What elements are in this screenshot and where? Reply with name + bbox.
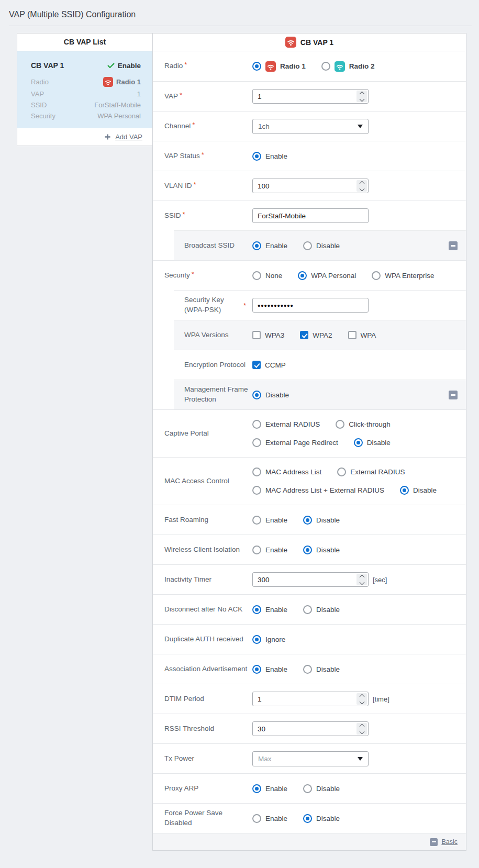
mac-external-radius-option[interactable]: External RADIUS: [337, 468, 405, 476]
inactivity-timer-number-input[interactable]: 300: [252, 572, 369, 587]
ccmp-checkbox[interactable]: [252, 361, 261, 369]
chevron-down-icon: [358, 757, 363, 761]
disable-radio-button[interactable]: [303, 814, 312, 823]
enable-radio-button[interactable]: [252, 546, 261, 554]
proxy-arp-enable-option[interactable]: Enable: [252, 784, 287, 793]
fast-roaming-disable-option[interactable]: Disable: [303, 516, 340, 525]
mfp-disable-option[interactable]: Disable: [252, 391, 289, 399]
row-label: Captive Portal: [164, 429, 252, 439]
disable-radio-button[interactable]: [303, 516, 312, 525]
captive-external-radius-option[interactable]: External RADIUS: [252, 420, 320, 429]
basic-link[interactable]: Basic: [441, 838, 458, 845]
disable-radio-button[interactable]: [303, 784, 312, 793]
mac-list-plus-radius-option[interactable]: MAC Address List + External RADIUS: [252, 486, 384, 495]
none-radio-button[interactable]: [252, 271, 261, 280]
mac-address-list-radio-button[interactable]: [252, 468, 261, 476]
proxy-arp-disable-option[interactable]: Disable: [303, 784, 340, 793]
enable-radio-button[interactable]: [252, 152, 261, 161]
captive-click-through-option[interactable]: Click-through: [336, 420, 391, 429]
number-stepper[interactable]: [357, 574, 367, 585]
row-label: Proxy ARP: [164, 784, 252, 794]
disable-radio-button[interactable]: [303, 546, 312, 554]
row-force-power-save: Force Power Save Disabled Enable Disable: [153, 803, 466, 833]
ignore-radio-button[interactable]: [252, 635, 261, 644]
row-wpa-versions: WPA Versions WPA3 WPA2 WPA: [174, 320, 466, 350]
force-ps-disable-option[interactable]: Disable: [303, 814, 340, 823]
mac-disable-option[interactable]: Disable: [400, 486, 437, 495]
disable-radio-button[interactable]: [354, 438, 363, 447]
collapse-minus-icon[interactable]: [449, 391, 458, 399]
wpa2-checkbox[interactable]: [300, 331, 308, 339]
radio2-option[interactable]: Radio 2: [321, 61, 375, 72]
force-ps-enable-option[interactable]: Enable: [252, 814, 287, 823]
no-ack-disable-option[interactable]: Disable: [303, 605, 340, 614]
wci-disable-option[interactable]: Disable: [303, 546, 340, 554]
vap-list-item-selected[interactable]: CB VAP 1 Enable Radio Radio 1 VAP 1: [17, 51, 152, 128]
mac-address-list-option[interactable]: MAC Address List: [252, 468, 321, 476]
disable-radio-button[interactable]: [303, 665, 312, 674]
enable-radio-button[interactable]: [252, 241, 261, 250]
wpa-checkbox[interactable]: [348, 331, 357, 339]
row-label: Channel: [164, 122, 191, 130]
number-stepper[interactable]: [357, 693, 367, 705]
assoc-adv-disable-option[interactable]: Disable: [303, 665, 340, 674]
disable-radio-button[interactable]: [252, 391, 261, 399]
row-label: Broadcast SSID: [184, 241, 252, 251]
tx-power-select[interactable]: Max: [252, 751, 369, 766]
required-marker: *: [180, 91, 182, 99]
external-page-redirect-radio-button[interactable]: [252, 438, 261, 447]
mac-list-plus-radius-radio-button[interactable]: [252, 486, 261, 495]
number-stepper[interactable]: [357, 180, 367, 192]
number-stepper[interactable]: [357, 91, 367, 102]
broadcast-disable-option[interactable]: Disable: [303, 241, 340, 250]
wpa-enterprise-radio-button[interactable]: [372, 271, 381, 280]
number-stepper[interactable]: [357, 723, 367, 735]
security-wpa-enterprise-option[interactable]: WPA Enterprise: [372, 271, 434, 280]
vap-status-enable-option[interactable]: Enable: [252, 152, 287, 161]
disable-radio-button[interactable]: [303, 605, 312, 614]
assoc-adv-enable-option[interactable]: Enable: [252, 665, 287, 674]
ssid-text-input[interactable]: ForStaff-Mobile: [252, 208, 369, 223]
rssi-threshold-number-input[interactable]: 30: [252, 721, 369, 736]
security-wpa-personal-option[interactable]: WPA Personal: [298, 271, 356, 280]
wpa3-option[interactable]: WPA3: [252, 331, 284, 339]
enable-radio-button[interactable]: [252, 814, 261, 823]
fast-roaming-enable-option[interactable]: Enable: [252, 516, 287, 525]
captive-disable-option[interactable]: Disable: [354, 438, 391, 447]
enable-radio-button[interactable]: [252, 605, 261, 614]
no-ack-enable-option[interactable]: Enable: [252, 605, 287, 614]
collapse-minus-icon[interactable]: [430, 838, 438, 846]
radio1-radio-button[interactable]: [252, 62, 261, 71]
add-vap-link[interactable]: Add VAP: [115, 133, 142, 141]
row-label: Inactivity Timer: [164, 575, 252, 585]
captive-external-page-redirect-option[interactable]: External Page Redirect: [252, 438, 338, 447]
radio2-radio-button[interactable]: [321, 62, 330, 71]
disable-radio-button[interactable]: [400, 486, 409, 495]
disable-radio-button[interactable]: [303, 241, 312, 250]
vap-item-radio-row: Radio Radio 1: [31, 75, 141, 88]
click-through-radio-button[interactable]: [336, 420, 344, 429]
dtim-period-number-input[interactable]: 1: [252, 692, 369, 706]
wci-enable-option[interactable]: Enable: [252, 546, 287, 554]
vlan-id-number-input[interactable]: 100: [252, 179, 369, 193]
broadcast-enable-option[interactable]: Enable: [252, 241, 287, 250]
wpa-personal-radio-button[interactable]: [298, 271, 307, 280]
security-key-password-input[interactable]: •••••••••••: [252, 298, 369, 313]
wpa3-checkbox[interactable]: [252, 331, 261, 339]
duplicate-auth-ignore-option[interactable]: Ignore: [252, 635, 285, 644]
external-radius-radio-button[interactable]: [337, 468, 346, 476]
external-radius-radio-button[interactable]: [252, 420, 261, 429]
channel-select[interactable]: 1ch: [252, 119, 369, 134]
vap-number-input[interactable]: 1: [252, 89, 369, 104]
enable-radio-button[interactable]: [252, 665, 261, 674]
collapse-minus-icon[interactable]: [449, 241, 458, 250]
wpa-option[interactable]: WPA: [348, 331, 376, 339]
ccmp-option[interactable]: CCMP: [252, 361, 286, 369]
enable-radio-button[interactable]: [252, 784, 261, 793]
enable-radio-button[interactable]: [252, 516, 261, 525]
radio1-option[interactable]: Radio 1: [252, 61, 306, 72]
row-vlan-id: VLAN ID* 100: [153, 171, 466, 201]
wpa2-option[interactable]: WPA2: [300, 331, 332, 339]
vap-item-security-row: Security WPA Personal: [31, 110, 141, 121]
security-none-option[interactable]: None: [252, 271, 282, 280]
